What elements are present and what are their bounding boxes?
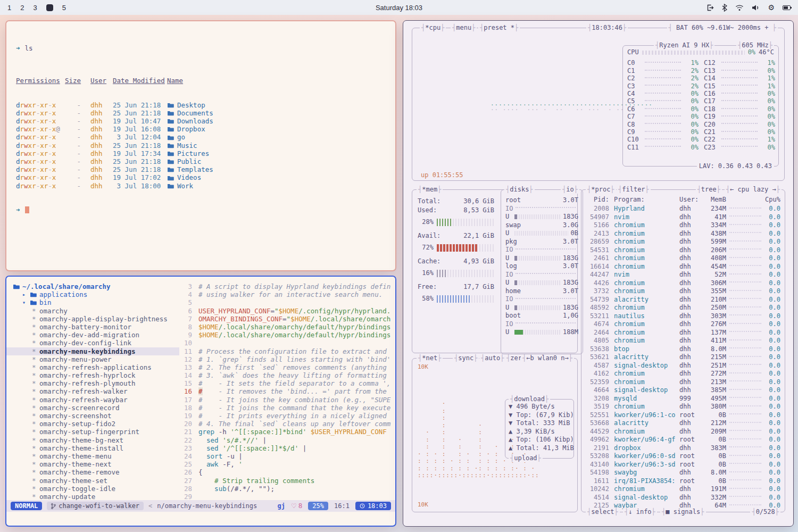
tree-item[interactable]: *omarchy-refresh-waybar <box>6 396 179 404</box>
process-row[interactable]: 53621alacrittydhh215M0.0 <box>581 353 785 362</box>
process-row[interactable]: 3519chromiumdhh380M0.0 <box>581 403 785 411</box>
net-interface[interactable]: ←b wlan0 n→ <box>521 354 574 362</box>
process-row[interactable]: 2191dropboxdhh383M0.0 <box>581 444 785 453</box>
process-row[interactable]: 53211nautilusdhh303M0.0 <box>581 312 785 321</box>
proc-column-header[interactable]: User: <box>678 196 702 204</box>
process-row[interactable]: 5166chromiumdhh334M0.0 <box>581 221 785 230</box>
proc-box-title[interactable]: *proc <box>586 186 616 194</box>
process-row[interactable]: 53668alacrittydhh212M0.0 <box>581 419 785 428</box>
cpu-box-title[interactable]: *cpu <box>420 24 446 32</box>
tree-item[interactable]: *omarchy-refresh-walker <box>6 387 179 395</box>
preset-button[interactable]: preset * <box>478 24 520 32</box>
tree-item[interactable]: *omarchy-battery-monitor <box>6 323 179 331</box>
process-row[interactable]: 3732chromiumdhh355M0.0 <box>581 287 785 296</box>
process-row[interactable]: 54907nvimdhh41M0.0 <box>581 213 785 222</box>
process-row[interactable]: 49962kworker/u96:4-gfroot0B0.0 <box>581 436 785 444</box>
process-row[interactable]: 53638btopdhh8.0M0.0 <box>581 345 785 354</box>
mem-box-title[interactable]: *mem <box>417 186 443 194</box>
proc-column-header[interactable]: MemB <box>702 196 726 204</box>
process-row[interactable]: 4426chromiumdhh306M0.0 <box>581 279 785 288</box>
tree-item[interactable]: ▸applications <box>6 290 179 298</box>
tree-item[interactable]: *omarchy-screenshot <box>6 412 179 420</box>
tree-item[interactable]: *omarchy <box>6 307 179 315</box>
process-row[interactable]: 28659chromiumdhh599M0.0 <box>581 238 785 246</box>
process-row[interactable]: 53208kworker/u96:0-sdroot0B0.0 <box>581 452 785 461</box>
volume-icon[interactable] <box>752 4 760 11</box>
process-row[interactable]: 52359chromiumdhh213M0.0 <box>581 378 785 387</box>
process-row[interactable]: 52551kworker/u96:1-coroot0B0.0 <box>581 411 785 420</box>
interval-plus-button[interactable]: + <box>764 24 768 31</box>
process-row[interactable]: 2464chromiumdhh137M0.0 <box>581 329 785 337</box>
tree-item[interactable]: *omarchy-theme-next <box>6 460 179 468</box>
io-mode-button[interactable]: io <box>561 186 579 194</box>
proc-column-header[interactable]: Program: <box>609 196 678 204</box>
tree-item[interactable]: *omarchy-screenrecord <box>6 404 179 412</box>
process-row[interactable]: 43140kworker/u96:3-sdroot0B0.0 <box>581 461 785 469</box>
shell-input-line[interactable]: ➜ <box>16 206 395 214</box>
gear-icon[interactable]: ⚙ <box>768 4 775 11</box>
proc-column-header[interactable]: Cpu% <box>764 196 780 204</box>
file-name: Public <box>167 157 201 165</box>
tree-item[interactable]: *omarchy-apple-display-brightness <box>6 315 179 323</box>
tree-item[interactable]: *omarchy-update <box>6 493 179 501</box>
proc-column-header[interactable]: Pid: <box>585 196 609 204</box>
core-label: C4 <box>627 90 642 98</box>
process-row[interactable]: 10242chromiumdhh191M0.0 <box>581 485 785 494</box>
net-sync-button[interactable]: sync <box>453 354 479 362</box>
process-row[interactable]: 4587signal-desktopdhh251M0.0 <box>581 362 785 370</box>
tree-item[interactable]: *omarchy-menu-power <box>6 355 179 363</box>
process-row[interactable]: 44529chromiumdhh209M0.0 <box>581 428 785 436</box>
process-row[interactable]: 2461chromiumdhh408M0.0 <box>581 254 785 263</box>
tree-item[interactable]: *omarchy-setup-fido2 <box>6 420 179 428</box>
disks-box-title[interactable]: disks <box>504 186 535 194</box>
io-label: IO <box>505 205 513 213</box>
filter-button[interactable]: filter <box>617 186 651 194</box>
process-row[interactable]: 44247nvimdhh52M0.0 <box>581 271 785 279</box>
tree-item[interactable]: *omarchy-refresh-hyprlock <box>6 371 179 379</box>
tree-item[interactable]: *omarchy-setup-fingerprint <box>6 428 179 436</box>
tree-item[interactable]: *omarchy-refresh-plymouth <box>6 379 179 387</box>
tree-item[interactable]: *omarchy-theme-install <box>6 444 179 452</box>
tree-item[interactable]: *omarchy-theme-set <box>6 477 179 485</box>
sort-selector[interactable]: ← cpu lazy → <box>725 186 782 194</box>
tree-item[interactable]: ▾bin <box>6 298 179 306</box>
upload-label: upload <box>509 454 543 462</box>
menu-button[interactable]: menu <box>451 24 477 32</box>
process-row[interactable]: 3208mysqld999495M0.0 <box>581 395 785 403</box>
signals-hint[interactable]: ■ signals <box>660 508 706 516</box>
tree-item[interactable]: *omarchy-dev-config-link <box>6 339 179 347</box>
process-row[interactable]: 54531chromiumdhh206M0.0 <box>581 246 785 255</box>
battery-icon[interactable] <box>783 5 791 10</box>
process-row[interactable]: 4674chromiumdhh276M0.0 <box>581 320 785 329</box>
code-editor[interactable]: 3# A script to display Hyprland keybindi… <box>179 277 395 512</box>
tree-item[interactable]: *omarchy-theme-remove <box>6 468 179 476</box>
tree-item[interactable]: *omarchy-menu-keybindings <box>6 347 179 355</box>
select-hint[interactable]: select <box>586 508 620 516</box>
process-row[interactable]: 4805chromiumdhh411M0.0 <box>581 337 785 345</box>
process-row[interactable]: 2413chromiumdhh438M0.0 <box>581 230 785 238</box>
tree-item[interactable]: *omarchy-theme-menu <box>6 452 179 460</box>
info-hint[interactable]: ↓ info <box>623 508 657 516</box>
tree-root[interactable]: ~/.local/share/omarchy <box>6 282 179 290</box>
net-auto-button[interactable]: auto <box>479 354 505 362</box>
logout-icon[interactable] <box>706 4 714 12</box>
process-row[interactable]: 48592chromiumdhh250M0.0 <box>581 304 785 312</box>
tree-toggle-button[interactable]: tree <box>696 186 722 194</box>
process-row[interactable]: 4514signal-desktopdhh332M0.0 <box>581 494 785 502</box>
process-row[interactable]: 2008Hyprlanddhh234M0.0 <box>581 205 785 213</box>
process-row[interactable]: 4162chromiumdhh272M0.0 <box>581 370 785 378</box>
tree-item[interactable]: *omarchy-toggle-idle <box>6 485 179 493</box>
wifi-icon[interactable] <box>735 4 744 11</box>
process-row[interactable]: 54739alacrittydhh210M0.0 <box>581 296 785 304</box>
process-row[interactable]: 54198swaybgdhh8.0M0.0 <box>581 469 785 477</box>
process-memory: 213M <box>702 378 726 387</box>
process-row[interactable]: 1611irq/81-PIXA3854:root0B0.0 <box>581 477 785 486</box>
tree-item[interactable]: *omarchy-refresh-applications <box>6 363 179 371</box>
process-row[interactable]: 4664signal-desktopdhh385M0.0 <box>581 386 785 395</box>
process-row[interactable]: 16614chromiumdhh454M0.0 <box>581 263 785 271</box>
tree-item[interactable]: *omarchy-theme-bg-next <box>6 436 179 444</box>
bluetooth-icon[interactable] <box>722 4 727 12</box>
tree-item[interactable]: *omarchy-dev-add-migration <box>6 331 179 339</box>
net-box-title[interactable]: *net <box>417 354 443 362</box>
mem-stat-row: Cache:4,93 GiB <box>418 257 494 267</box>
